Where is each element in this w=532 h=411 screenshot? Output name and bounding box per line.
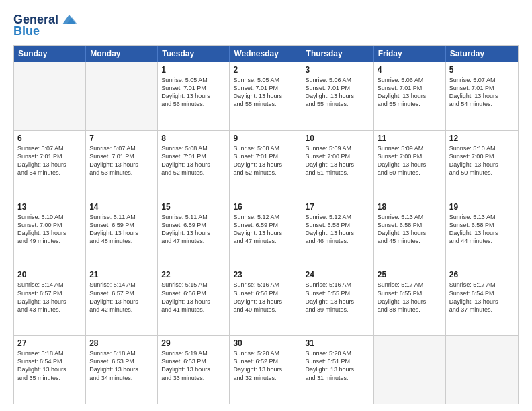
day-number: 2 xyxy=(233,65,298,75)
day-number: 11 xyxy=(378,134,442,143)
day-number: 22 xyxy=(161,270,226,279)
cell-info: Sunrise: 5:14 AMSunset: 6:57 PMDaylight:… xyxy=(17,281,82,314)
day-header-friday: Friday xyxy=(374,46,446,62)
cell-info: Sunrise: 5:09 AMSunset: 7:00 PMDaylight:… xyxy=(378,144,442,177)
cell-info: Sunrise: 5:07 AMSunset: 7:01 PMDaylight:… xyxy=(449,76,515,109)
cell-info: Sunrise: 5:07 AMSunset: 7:01 PMDaylight:… xyxy=(89,144,154,177)
cell-info: Sunrise: 5:17 AMSunset: 6:55 PMDaylight:… xyxy=(378,281,442,314)
day-header-monday: Monday xyxy=(86,46,158,62)
cell-info: Sunrise: 5:08 AMSunset: 7:01 PMDaylight:… xyxy=(233,144,298,177)
day-header-thursday: Thursday xyxy=(302,46,374,62)
day-number: 13 xyxy=(17,202,82,212)
cal-cell-3-3: 15Sunrise: 5:11 AMSunset: 6:59 PMDayligh… xyxy=(158,199,230,267)
cal-cell-1-2 xyxy=(86,62,158,130)
day-header-sunday: Sunday xyxy=(14,46,86,62)
cal-cell-4-6: 25Sunrise: 5:17 AMSunset: 6:55 PMDayligh… xyxy=(374,267,446,335)
logo-blue: Blue xyxy=(13,24,40,38)
cell-info: Sunrise: 5:14 AMSunset: 6:57 PMDaylight:… xyxy=(89,281,154,314)
day-number: 14 xyxy=(89,202,154,212)
day-header-tuesday: Tuesday xyxy=(158,46,230,62)
cell-info: Sunrise: 5:11 AMSunset: 6:59 PMDaylight:… xyxy=(89,213,154,246)
cal-cell-1-7: 5Sunrise: 5:07 AMSunset: 7:01 PMDaylight… xyxy=(446,62,518,130)
cal-cell-3-4: 16Sunrise: 5:12 AMSunset: 6:59 PMDayligh… xyxy=(230,199,302,267)
day-number: 20 xyxy=(17,270,82,279)
cal-cell-1-6: 4Sunrise: 5:06 AMSunset: 7:01 PMDaylight… xyxy=(374,62,446,130)
calendar-row-5: 27Sunrise: 5:18 AMSunset: 6:54 PMDayligh… xyxy=(14,335,518,404)
day-number: 24 xyxy=(306,270,370,279)
cell-info: Sunrise: 5:16 AMSunset: 6:56 PMDaylight:… xyxy=(233,281,298,314)
day-number: 9 xyxy=(233,134,298,143)
cal-cell-4-4: 23Sunrise: 5:16 AMSunset: 6:56 PMDayligh… xyxy=(230,267,302,335)
day-header-saturday: Saturday xyxy=(446,46,518,62)
day-number: 1 xyxy=(161,65,226,75)
cal-cell-3-6: 18Sunrise: 5:13 AMSunset: 6:58 PMDayligh… xyxy=(374,199,446,267)
day-number: 15 xyxy=(161,202,226,212)
cell-info: Sunrise: 5:12 AMSunset: 6:58 PMDaylight:… xyxy=(306,213,370,246)
cal-cell-3-5: 17Sunrise: 5:12 AMSunset: 6:58 PMDayligh… xyxy=(302,199,374,267)
cell-info: Sunrise: 5:12 AMSunset: 6:59 PMDaylight:… xyxy=(233,213,298,246)
day-number: 7 xyxy=(89,134,154,143)
cell-info: Sunrise: 5:06 AMSunset: 7:01 PMDaylight:… xyxy=(378,76,442,109)
day-number: 8 xyxy=(161,134,226,143)
cell-info: Sunrise: 5:08 AMSunset: 7:01 PMDaylight:… xyxy=(161,144,226,177)
cell-info: Sunrise: 5:07 AMSunset: 7:01 PMDaylight:… xyxy=(17,144,82,177)
cal-cell-5-1: 27Sunrise: 5:18 AMSunset: 6:54 PMDayligh… xyxy=(14,336,86,404)
cal-cell-5-3: 29Sunrise: 5:19 AMSunset: 6:53 PMDayligh… xyxy=(158,336,230,404)
day-number: 21 xyxy=(89,270,154,279)
cal-cell-1-5: 3Sunrise: 5:06 AMSunset: 7:01 PMDaylight… xyxy=(302,62,374,130)
page: General Blue SundayMondayTuesdayWednesda… xyxy=(0,0,532,411)
cell-info: Sunrise: 5:09 AMSunset: 7:00 PMDaylight:… xyxy=(306,144,370,177)
cal-cell-2-2: 7Sunrise: 5:07 AMSunset: 7:01 PMDaylight… xyxy=(86,131,158,199)
calendar-row-4: 20Sunrise: 5:14 AMSunset: 6:57 PMDayligh… xyxy=(14,267,518,335)
cell-info: Sunrise: 5:17 AMSunset: 6:54 PMDaylight:… xyxy=(449,281,515,314)
day-number: 28 xyxy=(89,338,154,348)
cell-info: Sunrise: 5:20 AMSunset: 6:51 PMDaylight:… xyxy=(306,349,370,382)
day-number: 31 xyxy=(306,338,370,348)
day-number: 30 xyxy=(233,338,298,348)
day-number: 26 xyxy=(449,270,515,279)
cell-info: Sunrise: 5:13 AMSunset: 6:58 PMDaylight:… xyxy=(378,213,442,246)
day-number: 4 xyxy=(378,65,442,75)
calendar-row-3: 13Sunrise: 5:10 AMSunset: 7:00 PMDayligh… xyxy=(14,199,518,267)
day-number: 29 xyxy=(161,338,226,348)
calendar-header: SundayMondayTuesdayWednesdayThursdayFrid… xyxy=(14,46,518,62)
cell-info: Sunrise: 5:10 AMSunset: 7:00 PMDaylight:… xyxy=(17,213,82,246)
day-number: 19 xyxy=(449,202,515,212)
cal-cell-3-7: 19Sunrise: 5:13 AMSunset: 6:58 PMDayligh… xyxy=(446,199,518,267)
cal-cell-1-1 xyxy=(14,62,86,130)
cal-cell-4-3: 22Sunrise: 5:15 AMSunset: 6:56 PMDayligh… xyxy=(158,267,230,335)
cal-cell-2-4: 9Sunrise: 5:08 AMSunset: 7:01 PMDaylight… xyxy=(230,131,302,199)
cal-cell-2-5: 10Sunrise: 5:09 AMSunset: 7:00 PMDayligh… xyxy=(302,131,374,199)
cell-info: Sunrise: 5:18 AMSunset: 6:53 PMDaylight:… xyxy=(89,349,154,382)
day-number: 17 xyxy=(306,202,370,212)
cal-cell-3-1: 13Sunrise: 5:10 AMSunset: 7:00 PMDayligh… xyxy=(14,199,86,267)
day-number: 16 xyxy=(233,202,298,212)
cal-cell-4-7: 26Sunrise: 5:17 AMSunset: 6:54 PMDayligh… xyxy=(446,267,518,335)
cell-info: Sunrise: 5:18 AMSunset: 6:54 PMDaylight:… xyxy=(17,349,82,382)
cal-cell-1-4: 2Sunrise: 5:05 AMSunset: 7:01 PMDaylight… xyxy=(230,62,302,130)
cell-info: Sunrise: 5:11 AMSunset: 6:59 PMDaylight:… xyxy=(161,213,226,246)
cal-cell-2-6: 11Sunrise: 5:09 AMSunset: 7:00 PMDayligh… xyxy=(374,131,446,199)
day-header-wednesday: Wednesday xyxy=(230,46,302,62)
cal-cell-5-5: 31Sunrise: 5:20 AMSunset: 6:51 PMDayligh… xyxy=(302,336,374,404)
cal-cell-5-6 xyxy=(374,336,446,404)
cell-info: Sunrise: 5:20 AMSunset: 6:52 PMDaylight:… xyxy=(233,349,298,382)
day-number: 23 xyxy=(233,270,298,279)
calendar-row-1: 1Sunrise: 5:05 AMSunset: 7:01 PMDaylight… xyxy=(14,62,518,130)
calendar-body: 1Sunrise: 5:05 AMSunset: 7:01 PMDaylight… xyxy=(14,62,518,404)
calendar: SundayMondayTuesdayWednesdayThursdayFrid… xyxy=(13,45,519,404)
cell-info: Sunrise: 5:19 AMSunset: 6:53 PMDaylight:… xyxy=(161,349,226,382)
day-number: 12 xyxy=(449,134,515,143)
cal-cell-4-5: 24Sunrise: 5:16 AMSunset: 6:55 PMDayligh… xyxy=(302,267,374,335)
cal-cell-4-2: 21Sunrise: 5:14 AMSunset: 6:57 PMDayligh… xyxy=(86,267,158,335)
cell-info: Sunrise: 5:16 AMSunset: 6:55 PMDaylight:… xyxy=(306,281,370,314)
cal-cell-5-4: 30Sunrise: 5:20 AMSunset: 6:52 PMDayligh… xyxy=(230,336,302,404)
day-number: 18 xyxy=(378,202,442,212)
cal-cell-2-3: 8Sunrise: 5:08 AMSunset: 7:01 PMDaylight… xyxy=(158,131,230,199)
day-number: 27 xyxy=(17,338,82,348)
day-number: 10 xyxy=(306,134,370,143)
day-number: 25 xyxy=(378,270,442,279)
cell-info: Sunrise: 5:05 AMSunset: 7:01 PMDaylight:… xyxy=(161,76,226,109)
cal-cell-3-2: 14Sunrise: 5:11 AMSunset: 6:59 PMDayligh… xyxy=(86,199,158,267)
cal-cell-4-1: 20Sunrise: 5:14 AMSunset: 6:57 PMDayligh… xyxy=(14,267,86,335)
